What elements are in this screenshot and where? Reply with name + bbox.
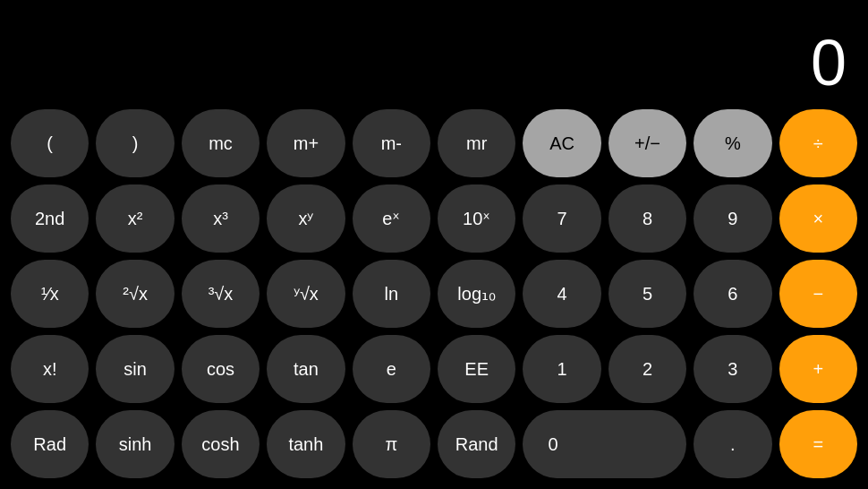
plusminus-button[interactable]: +/− [608, 109, 686, 177]
mminus-button[interactable]: m- [353, 109, 430, 177]
x2-button[interactable]: x² [96, 184, 174, 253]
e-button[interactable]: e [353, 335, 430, 403]
rand-button[interactable]: Rand [438, 410, 515, 478]
tan-button[interactable]: tan [267, 335, 345, 403]
ex-button[interactable]: eˣ [353, 184, 430, 253]
dot-button[interactable]: . [694, 410, 771, 478]
minus-button[interactable]: − [779, 260, 857, 328]
3-button[interactable]: 3 [694, 335, 771, 403]
divide-button[interactable]: ÷ [779, 109, 857, 177]
log10-button[interactable]: log₁₀ [438, 260, 515, 328]
xfact-button[interactable]: x! [11, 335, 89, 403]
plus-button[interactable]: + [779, 335, 857, 403]
mc-button[interactable]: mc [182, 109, 260, 177]
2-button[interactable]: 2 [608, 335, 686, 403]
pi-button[interactable]: π [353, 410, 430, 478]
open-paren-button[interactable]: ( [11, 109, 89, 177]
sin-button[interactable]: sin [96, 335, 174, 403]
tanh-button[interactable]: tanh [267, 410, 345, 478]
mplus-button[interactable]: m+ [267, 109, 345, 177]
5-button[interactable]: 5 [608, 260, 686, 328]
2nd-button[interactable]: 2nd [11, 184, 89, 253]
percent-button[interactable]: % [694, 109, 771, 177]
display: 0 [0, 0, 868, 102]
ln-button[interactable]: ln [353, 260, 430, 328]
sinh-button[interactable]: sinh [96, 410, 174, 478]
9-button[interactable]: 9 [694, 184, 771, 253]
x3-button[interactable]: x³ [182, 184, 260, 253]
display-value: 0 [811, 30, 847, 95]
multiply-button[interactable]: × [779, 184, 857, 253]
0-button[interactable]: 0 [523, 410, 686, 478]
cosh-button[interactable]: cosh [182, 410, 260, 478]
close-paren-button[interactable]: ) [96, 109, 174, 177]
cos-button[interactable]: cos [182, 335, 260, 403]
1-button[interactable]: 1 [523, 335, 600, 403]
keypad: ()mcm+m-mrAC+/−%÷2ndx²x³xʸeˣ10ˣ789×¹⁄x²√… [0, 102, 868, 489]
mr-button[interactable]: mr [438, 109, 515, 177]
2sqrtx-button[interactable]: ²√x [96, 260, 174, 328]
ee-button[interactable]: EE [438, 335, 515, 403]
4-button[interactable]: 4 [523, 260, 600, 328]
1x-button[interactable]: ¹⁄x [11, 260, 89, 328]
3sqrtx-button[interactable]: ³√x [182, 260, 260, 328]
6-button[interactable]: 6 [694, 260, 771, 328]
rad-button[interactable]: Rad [11, 410, 89, 478]
equals-button[interactable]: = [779, 410, 857, 478]
ac-button[interactable]: AC [523, 109, 600, 177]
7-button[interactable]: 7 [523, 184, 600, 253]
10x-button[interactable]: 10ˣ [438, 184, 515, 253]
xy-button[interactable]: xʸ [267, 184, 345, 253]
8-button[interactable]: 8 [608, 184, 686, 253]
ysqrtx-button[interactable]: ʸ√x [267, 260, 345, 328]
